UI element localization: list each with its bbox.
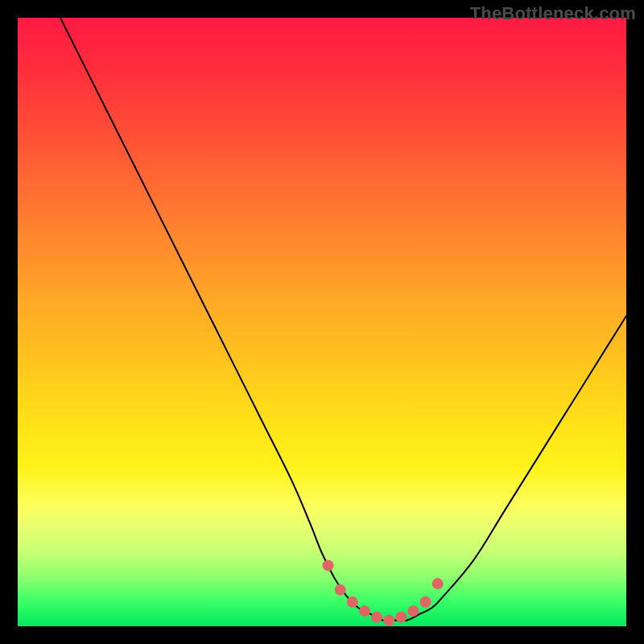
marker-dot bbox=[347, 597, 358, 608]
bottleneck-curve bbox=[60, 18, 626, 621]
marker-dot bbox=[359, 605, 370, 617]
marker-dot bbox=[335, 584, 346, 596]
watermark-text: TheBottleneck.com bbox=[470, 3, 636, 24]
optimal-range-markers bbox=[323, 559, 444, 625]
marker-dot bbox=[395, 612, 407, 623]
chart-stage: TheBottleneck.com bbox=[0, 0, 644, 644]
plot-area bbox=[18, 18, 626, 626]
marker-dot bbox=[383, 614, 394, 625]
curve-svg bbox=[18, 18, 626, 626]
marker-dot bbox=[323, 559, 334, 571]
marker-dot bbox=[420, 597, 431, 608]
marker-dot bbox=[432, 578, 444, 589]
marker-dot bbox=[371, 612, 382, 623]
marker-dot bbox=[407, 605, 419, 617]
